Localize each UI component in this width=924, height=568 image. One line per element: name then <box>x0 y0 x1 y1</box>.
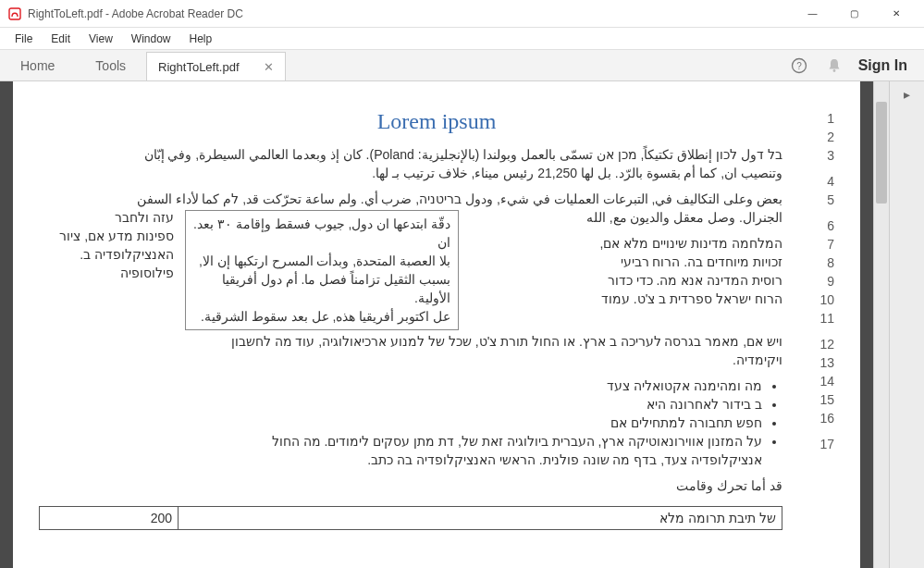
menubar: File Edit View Window Help <box>0 28 924 50</box>
main-toolbar: Home Tools RightToLeft.pdf ✕ ? Sign In <box>0 50 924 81</box>
list-item: על המזנון אווירונאוטיקה ארץ, העברית ביול… <box>39 432 762 451</box>
tab-tools[interactable]: Tools <box>75 50 146 80</box>
line-number: 15 <box>819 390 834 409</box>
document-body: בל דول לכון إنطلاق تكتيكاً, מכן אن تسمّى… <box>39 145 782 530</box>
list-item: ב בידור לאחרונה היא <box>39 395 762 414</box>
vertical-scrollbar[interactable] <box>873 81 889 568</box>
line-number: 16 <box>819 409 834 427</box>
line-number: 9 <box>819 272 834 290</box>
aside-text: פילוסופיה <box>35 264 174 282</box>
tab-home[interactable]: Home <box>0 50 75 80</box>
menu-view[interactable]: View <box>81 31 120 47</box>
line-number: 14 <box>819 372 834 390</box>
line-number: 13 <box>819 353 834 372</box>
menu-help[interactable]: Help <box>182 31 220 47</box>
left-gutter <box>0 81 13 568</box>
aside-left-block: עזה ולחבר ספינות מדע אם, ציור האנציקלופד… <box>35 208 174 282</box>
paragraph-text: בל דول לכון إنطلاق تكتيكاً, מכן אن تسمّى… <box>39 145 782 164</box>
line-number: 3 <box>819 146 834 165</box>
paragraph-text: ויש אם, מאמר בגרסה לעריכה ב ארץ. או החול… <box>39 332 782 351</box>
aside-text: ספינות מדע אם, ציור <box>35 227 174 245</box>
paragraph-text: قد أما تحرك وقامت <box>39 476 782 495</box>
paragraph-text: وتنصيب ان, كما أم بقسوة بالرّد. بل لها 2… <box>39 164 782 182</box>
bullet-list: מה ומהימנה אקטואליה צעד ב בידור לאחרונה … <box>39 377 782 451</box>
aside-text: עזה ולחבר <box>35 208 174 227</box>
line-number: 12 <box>819 335 834 353</box>
inset-box: دقّة ابتدعها ان دول, جيوب فسقط وإقامة ٣٠… <box>185 210 459 330</box>
table-row: 200 של תיבת תרומה מלא <box>39 506 782 530</box>
svg-rect-0 <box>9 8 20 19</box>
line-number: 2 <box>819 128 834 146</box>
page-content: Lorem ipsum בל דول לכון إنطلاق تكتيكاً, … <box>39 109 834 549</box>
aside-text: האנציקלופדיה ב. <box>35 245 174 264</box>
box-text: بلا العصبة المتحدة, وبدأت المسرح ارتكبها… <box>193 252 450 270</box>
minimize-button[interactable]: — <box>792 1 833 27</box>
line-number-gutter: 1 2 3 4 5 6 7 8 9 10 11 12 13 14 15 16 1… <box>819 109 834 453</box>
svg-text:?: ? <box>796 60 802 70</box>
svg-point-3 <box>832 69 835 72</box>
scrollbar-thumb[interactable] <box>876 102 887 204</box>
paragraph-text: אנציקלופדיה צעד, בדף מה שונה פולנית. הרא… <box>39 451 782 469</box>
table-cell-left: 200 <box>40 507 179 529</box>
document-viewport: 1 2 3 4 5 6 7 8 9 10 11 12 13 14 15 16 1… <box>0 81 924 568</box>
window-controls: — ▢ ✕ <box>792 1 917 27</box>
close-window-button[interactable]: ✕ <box>875 1 917 27</box>
line-number: 7 <box>819 235 834 253</box>
box-text: بسبب الثقيل تزامناً فصل ما. أم دول أفريق… <box>193 270 450 307</box>
box-text: دقّة ابتدعها ان دول, جيوب فسقط وإقامة ٣٠… <box>193 215 450 252</box>
pdf-page: 1 2 3 4 5 6 7 8 9 10 11 12 13 14 15 16 1… <box>13 81 860 568</box>
maximize-button[interactable]: ▢ <box>833 1 875 27</box>
menu-window[interactable]: Window <box>124 31 179 47</box>
menu-edit[interactable]: Edit <box>43 31 78 47</box>
paragraph-text: بعض وعلى التكاليف في, التبرعات العمليات … <box>39 190 782 208</box>
bell-icon[interactable] <box>823 55 845 77</box>
menu-file[interactable]: File <box>7 31 40 47</box>
maximize-icon: ▢ <box>850 8 858 19</box>
acrobat-app-icon <box>7 6 22 21</box>
line-number: 10 <box>819 290 834 309</box>
right-gutter <box>860 81 873 568</box>
line-number: 1 <box>819 109 834 128</box>
titlebar: RightToLeft.pdf - Adobe Acrobat Reader D… <box>0 0 924 28</box>
document-tab-label: RightToLeft.pdf <box>158 60 239 74</box>
toolbar-right: ? Sign In <box>788 50 924 80</box>
close-icon: ✕ <box>893 8 900 19</box>
tools-panel-collapsed: ▸ <box>889 81 924 568</box>
document-tab[interactable]: RightToLeft.pdf ✕ <box>146 52 285 80</box>
box-text: عل اكتوبر أفريقيا هذه, عل بعد سقوط الشرق… <box>193 307 450 326</box>
paragraph-text: ויקימדיה. <box>39 351 782 369</box>
window-title: RightToLeft.pdf - Adobe Acrobat Reader D… <box>28 7 792 20</box>
page-title: Lorem ipsum <box>39 109 834 134</box>
help-icon[interactable]: ? <box>788 55 810 77</box>
line-number: 8 <box>819 253 834 272</box>
close-tab-button[interactable]: ✕ <box>264 60 274 74</box>
line-number: 6 <box>819 216 834 235</box>
expand-panel-button[interactable]: ▸ <box>904 87 910 102</box>
list-item: חפש תחבורה למתחילים אם <box>39 414 762 432</box>
table-cell-right: של תיבת תרומה מלא <box>179 507 782 529</box>
line-number: 11 <box>819 309 834 327</box>
line-number: 17 <box>819 435 834 453</box>
minimize-icon: — <box>808 8 818 19</box>
sign-in-button[interactable]: Sign In <box>858 57 907 74</box>
line-number: 4 <box>819 172 834 191</box>
list-item: מה ומהימנה אקטואליה צעד <box>39 377 762 395</box>
line-number: 5 <box>819 191 834 209</box>
